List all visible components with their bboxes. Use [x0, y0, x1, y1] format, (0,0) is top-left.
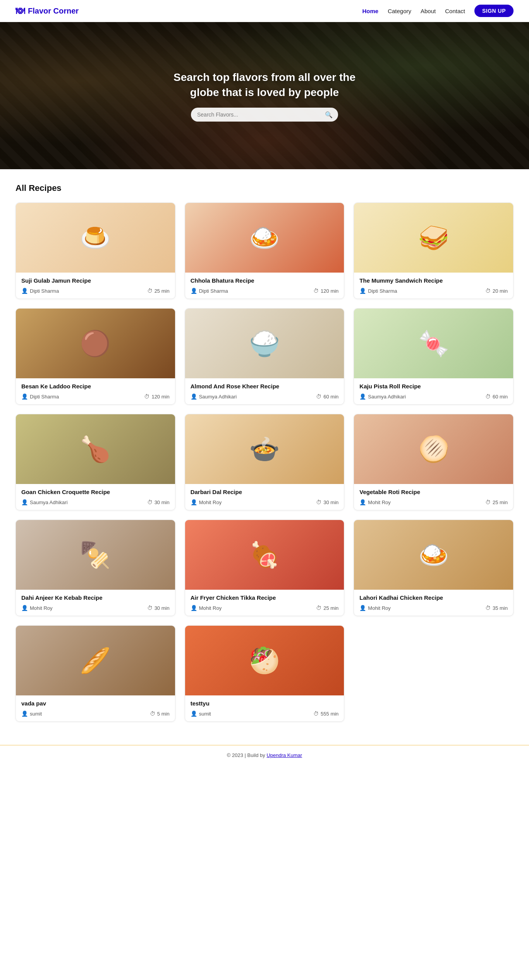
search-input[interactable] — [191, 108, 338, 122]
recipe-meta: 👤 Mohit Roy ⏱ 30 min — [191, 499, 339, 505]
author-icon: 👤 — [21, 605, 28, 611]
recipe-meta: 👤 Dipti Sharma ⏱ 120 min — [191, 288, 339, 294]
recipe-time: ⏱ 25 min — [147, 288, 170, 294]
clock-icon: ⏱ — [144, 393, 149, 400]
clock-icon: ⏱ — [485, 499, 491, 505]
time-value: 60 min — [323, 394, 338, 400]
clock-icon: ⏱ — [150, 711, 155, 717]
author-icon: 👤 — [359, 499, 366, 505]
recipe-card[interactable]: 🍖 Air Fryer Chicken Tikka Recipe 👤 Mohit… — [185, 520, 345, 616]
recipe-image: 🍛 — [354, 520, 513, 590]
footer-link[interactable]: Upendra Kumar — [266, 752, 302, 758]
recipe-image: 🍮 — [16, 203, 175, 273]
recipe-card[interactable]: 🥖 vada pav 👤 sumit ⏱ 5 min — [15, 625, 175, 722]
signup-button[interactable]: SIGN UP — [474, 5, 514, 17]
recipe-card[interactable]: 🟤 Besan Ke Laddoo Recipe 👤 Dipti Sharma … — [15, 308, 175, 405]
recipe-info: Chhola Bhatura Recipe 👤 Dipti Sharma ⏱ 1… — [185, 273, 344, 299]
recipe-meta: 👤 Mohit Roy ⏱ 30 min — [21, 605, 170, 611]
time-value: 25 min — [155, 288, 170, 294]
recipe-author: 👤 Saumya Adhikari — [21, 499, 68, 505]
author-name: Mohit Roy — [368, 499, 391, 505]
recipe-name: The Mummy Sandwich Recipe — [359, 277, 508, 284]
nav-category[interactable]: Category — [388, 8, 411, 14]
recipe-time: ⏱ 120 min — [144, 393, 169, 400]
recipe-meta: 👤 Mohit Roy ⏱ 35 min — [359, 605, 508, 611]
author-name: Mohit Roy — [199, 499, 222, 505]
clock-icon: ⏱ — [313, 288, 319, 294]
recipe-time: ⏱ 60 min — [316, 393, 338, 400]
author-icon: 👤 — [359, 605, 366, 611]
recipe-card[interactable]: 🥪 The Mummy Sandwich Recipe 👤 Dipti Shar… — [354, 203, 514, 299]
recipe-name: Air Fryer Chicken Tikka Recipe — [191, 594, 339, 601]
author-name: Saumya Adhikari — [368, 394, 406, 400]
recipe-card[interactable]: 🍢 Dahi Anjeer Ke Kebab Recipe 👤 Mohit Ro… — [15, 520, 175, 616]
recipe-image: 🥖 — [16, 626, 175, 695]
recipe-author: 👤 Dipti Sharma — [359, 288, 397, 294]
nav-about[interactable]: About — [421, 8, 436, 14]
recipe-time: ⏱ 30 min — [147, 605, 170, 611]
recipe-name: testtyu — [191, 700, 339, 707]
recipe-author: 👤 Mohit Roy — [191, 605, 222, 611]
logo-icon: 🍽 — [15, 5, 25, 16]
recipe-card[interactable]: 🍬 Kaju Pista Roll Recipe 👤 Saumya Adhika… — [354, 308, 514, 405]
recipe-time: ⏱ 20 min — [485, 288, 508, 294]
section-title: All Recipes — [15, 183, 514, 193]
recipe-info: Kaju Pista Roll Recipe 👤 Saumya Adhikari… — [354, 378, 513, 404]
time-value: 30 min — [155, 499, 170, 505]
recipe-name: Goan Chicken Croquette Recipe — [21, 489, 170, 495]
recipe-meta: 👤 Dipti Sharma ⏱ 20 min — [359, 288, 508, 294]
nav-links: Home Category About Contact SIGN UP — [362, 5, 514, 17]
recipe-name: Besan Ke Laddoo Recipe — [21, 383, 170, 390]
recipe-card[interactable]: 🍚 Almond And Rose Kheer Recipe 👤 Saumya … — [185, 308, 345, 405]
recipe-time: ⏱ 5 min — [150, 711, 170, 717]
time-value: 60 min — [493, 394, 508, 400]
author-icon: 👤 — [21, 393, 28, 400]
time-value: 25 min — [493, 499, 508, 505]
recipe-meta: 👤 sumit ⏱ 555 min — [191, 711, 339, 717]
nav-home[interactable]: Home — [362, 8, 378, 14]
recipe-author: 👤 Mohit Roy — [359, 605, 391, 611]
recipe-time: ⏱ 35 min — [485, 605, 508, 611]
recipe-author: 👤 Dipti Sharma — [191, 288, 228, 294]
recipe-info: Vegetable Roti Recipe 👤 Mohit Roy ⏱ 25 m… — [354, 484, 513, 510]
recipe-info: The Mummy Sandwich Recipe 👤 Dipti Sharma… — [354, 273, 513, 299]
recipe-card[interactable]: 🍛 Chhola Bhatura Recipe 👤 Dipti Sharma ⏱… — [185, 203, 345, 299]
recipe-time: ⏱ 30 min — [316, 499, 338, 505]
author-name: Mohit Roy — [199, 605, 222, 611]
footer: © 2023 | Build by Upendra Kumar — [0, 745, 529, 765]
recipe-time: ⏱ 60 min — [485, 393, 508, 400]
recipe-meta: 👤 Saumya Adhikari ⏱ 60 min — [359, 393, 508, 400]
recipe-meta: 👤 Saumya Adhikari ⏱ 60 min — [191, 393, 339, 400]
recipe-info: Almond And Rose Kheer Recipe 👤 Saumya Ad… — [185, 378, 344, 404]
recipe-card[interactable]: 🍗 Goan Chicken Croquette Recipe 👤 Saumya… — [15, 414, 175, 510]
recipe-card[interactable]: 🍮 Suji Gulab Jamun Recipe 👤 Dipti Sharma… — [15, 203, 175, 299]
author-name: Mohit Roy — [30, 605, 53, 611]
recipe-image: 🍬 — [354, 309, 513, 378]
recipe-image: 🍢 — [16, 520, 175, 590]
recipe-info: Dahi Anjeer Ke Kebab Recipe 👤 Mohit Roy … — [16, 590, 175, 616]
time-value: 555 min — [321, 711, 338, 717]
recipe-card[interactable]: 🍲 Darbari Dal Recipe 👤 Mohit Roy ⏱ 30 mi… — [185, 414, 345, 510]
time-value: 5 min — [157, 711, 170, 717]
recipe-name: Almond And Rose Kheer Recipe — [191, 383, 339, 390]
author-name: Dipti Sharma — [30, 394, 59, 400]
nav-contact[interactable]: Contact — [445, 8, 465, 14]
author-icon: 👤 — [191, 393, 197, 400]
clock-icon: ⏱ — [147, 605, 153, 611]
recipe-meta: 👤 Dipti Sharma ⏱ 25 min — [21, 288, 170, 294]
recipe-image: 🍲 — [185, 414, 344, 484]
logo[interactable]: 🍽 Flavor Corner — [15, 5, 79, 16]
recipe-meta: 👤 Saumya Adhikari ⏱ 30 min — [21, 499, 170, 505]
recipe-card[interactable]: 🥙 testtyu 👤 sumit ⏱ 555 min — [185, 625, 345, 722]
recipe-info: vada pav 👤 sumit ⏱ 5 min — [16, 695, 175, 721]
recipe-author: 👤 Mohit Roy — [191, 499, 222, 505]
recipe-card[interactable]: 🫓 Vegetable Roti Recipe 👤 Mohit Roy ⏱ 25… — [354, 414, 514, 510]
time-value: 35 min — [493, 605, 508, 611]
recipe-card[interactable]: 🍛 Lahori Kadhai Chicken Recipe 👤 Mohit R… — [354, 520, 514, 616]
recipe-name: Chhola Bhatura Recipe — [191, 277, 339, 284]
recipe-name: Dahi Anjeer Ke Kebab Recipe — [21, 594, 170, 601]
recipe-author: 👤 Dipti Sharma — [21, 393, 59, 400]
hero-section: Search top flavors from all over the glo… — [0, 22, 529, 169]
hero-title: Search top flavors from all over the glo… — [168, 70, 361, 100]
author-icon: 👤 — [359, 288, 366, 294]
